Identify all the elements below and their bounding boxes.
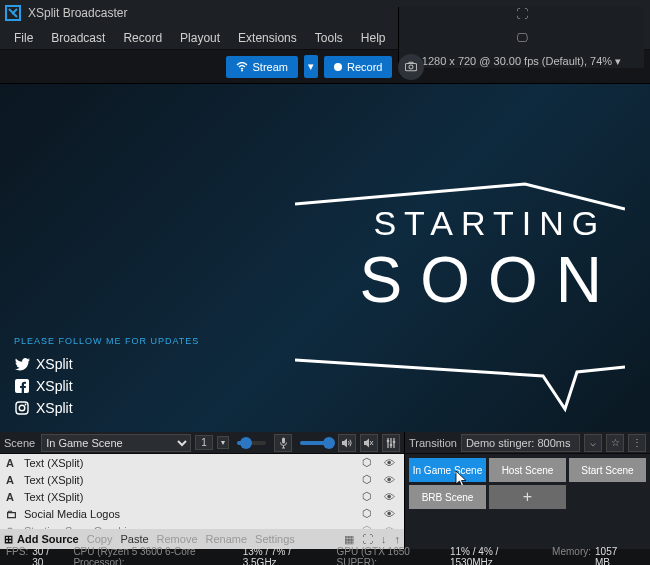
camera-icon bbox=[405, 61, 417, 72]
source-item[interactable]: 🗀Starting Soon Graphic⬡👁 bbox=[0, 522, 404, 529]
scenes-panel: Transition Demo stinger: 800ms ⌵ ☆ ⋮ In … bbox=[404, 432, 650, 549]
svg-point-7 bbox=[25, 404, 27, 406]
menu-help[interactable]: Help bbox=[353, 28, 394, 48]
preview-text-1: STARTING bbox=[360, 204, 620, 243]
settings-button[interactable]: Settings bbox=[255, 533, 295, 545]
visibility-icon[interactable]: 👁 bbox=[381, 491, 398, 503]
wifi-icon bbox=[236, 62, 248, 72]
instagram-icon bbox=[14, 400, 30, 416]
transition-settings-icon[interactable]: ⋮ bbox=[628, 434, 646, 452]
menu-record[interactable]: Record bbox=[115, 28, 170, 48]
transition-select[interactable]: Demo stinger: 800ms bbox=[461, 434, 580, 452]
lock-icon[interactable]: ⬡ bbox=[359, 524, 375, 529]
add-source-button[interactable]: ⊞Add Source bbox=[4, 533, 79, 546]
stream-button[interactable]: Stream bbox=[226, 56, 298, 78]
source-item[interactable]: 🗀Social Media Logos⬡👁 bbox=[0, 505, 404, 522]
lock-icon[interactable]: ⬡ bbox=[359, 473, 375, 486]
social-facebook: XSplit bbox=[14, 378, 73, 394]
scene-toolbar: Scene In Game Scene 1 ▾ bbox=[0, 432, 404, 454]
social-label: XSplit bbox=[36, 400, 73, 416]
add-scene-button[interactable]: + bbox=[489, 485, 566, 509]
svg-point-11 bbox=[393, 440, 396, 443]
scene-preset[interactable]: 1 bbox=[195, 435, 213, 450]
svg-point-1 bbox=[241, 69, 243, 71]
fullscreen-icon[interactable]: ⛶ bbox=[362, 533, 373, 545]
record-button[interactable]: Record bbox=[324, 56, 392, 78]
social-label: XSplit bbox=[36, 356, 73, 372]
lock-icon[interactable]: ⬡ bbox=[359, 456, 375, 469]
sources-panel: Scene In Game Scene 1 ▾ AText (XSplit)⬡👁… bbox=[0, 432, 404, 549]
menu-extensions[interactable]: Extensions bbox=[230, 28, 305, 48]
screenshot-button[interactable] bbox=[398, 54, 424, 80]
twitter-icon bbox=[14, 356, 30, 372]
output-volume-slider[interactable] bbox=[300, 441, 330, 445]
lock-icon[interactable]: ⬡ bbox=[359, 507, 375, 520]
lock-icon[interactable]: ⬡ bbox=[359, 490, 375, 503]
scene-grid: In Game Scene Host Scene Start Scene BRB… bbox=[405, 454, 650, 549]
visibility-icon[interactable]: 👁 bbox=[381, 474, 398, 486]
scene-button-brb[interactable]: BRB Scene bbox=[409, 485, 486, 509]
paste-button[interactable]: Paste bbox=[120, 533, 148, 545]
scene-preset-dropdown[interactable]: ▾ bbox=[217, 436, 229, 449]
text-source-icon: A bbox=[6, 457, 18, 469]
svg-point-6 bbox=[19, 405, 25, 411]
source-item[interactable]: AText (XSplit)⬡👁 bbox=[0, 488, 404, 505]
plus-icon: ⊞ bbox=[4, 533, 13, 546]
display-icon[interactable]: 🖵 bbox=[516, 31, 528, 45]
social-twitter: XSplit bbox=[14, 356, 73, 372]
menu-broadcast[interactable]: Broadcast bbox=[43, 28, 113, 48]
transition-label: Transition bbox=[409, 437, 457, 449]
source-item[interactable]: AText (XSplit)⬡👁 bbox=[0, 471, 404, 488]
svg-rect-8 bbox=[282, 437, 285, 443]
mic-icon[interactable] bbox=[274, 434, 292, 452]
transition-dropdown[interactable]: ⌵ bbox=[584, 434, 602, 452]
grid-icon[interactable]: ▦ bbox=[344, 533, 354, 546]
scene-button-start[interactable]: Start Scene bbox=[569, 458, 646, 482]
resolution-dropdown[interactable]: 1280 x 720 @ 30.00 fps (Default), 74% ▾ bbox=[422, 55, 621, 68]
rename-button[interactable]: Rename bbox=[206, 533, 248, 545]
status-cpu-label: CPU (Ryzen 5 3600 6-Core Processor): bbox=[73, 546, 238, 565]
move-down-icon[interactable]: ↓ bbox=[381, 533, 387, 545]
menu-items: File Broadcast Record Playout Extensions… bbox=[6, 28, 394, 48]
status-gpu: 11% / 4% / 1530MHz bbox=[450, 546, 538, 565]
status-fps: 30 / 30 bbox=[32, 546, 59, 565]
svg-rect-5 bbox=[16, 402, 28, 414]
preview-text-2: SOON bbox=[360, 243, 620, 317]
menu-bar: File Broadcast Record Playout Extensions… bbox=[0, 26, 650, 50]
remove-button[interactable]: Remove bbox=[157, 533, 198, 545]
scene-button-ingame[interactable]: In Game Scene bbox=[409, 458, 486, 482]
scene-button-host[interactable]: Host Scene bbox=[489, 458, 566, 482]
preview-canvas[interactable]: STARTING SOON PLEASE FOLLOW ME FOR UPDAT… bbox=[0, 84, 650, 432]
visibility-icon[interactable]: 👁 bbox=[381, 525, 398, 530]
mic-volume-slider[interactable] bbox=[237, 441, 267, 445]
social-label: XSplit bbox=[36, 378, 73, 394]
record-icon bbox=[334, 63, 342, 71]
speaker-icon[interactable] bbox=[338, 434, 356, 452]
source-item[interactable]: AText (XSplit)⬡👁 bbox=[0, 454, 404, 471]
menu-tools[interactable]: Tools bbox=[307, 28, 351, 48]
text-source-icon: A bbox=[6, 491, 18, 503]
app-logo bbox=[4, 4, 22, 22]
stream-dropdown[interactable]: ▾ bbox=[304, 55, 318, 78]
transition-toolbar: Transition Demo stinger: 800ms ⌵ ☆ ⋮ bbox=[405, 432, 650, 454]
menu-file[interactable]: File bbox=[6, 28, 41, 48]
source-list[interactable]: AText (XSplit)⬡👁 AText (XSplit)⬡👁 AText … bbox=[0, 454, 404, 529]
favorite-icon[interactable]: ☆ bbox=[606, 434, 624, 452]
scene-select[interactable]: In Game Scene bbox=[41, 434, 191, 452]
text-source-icon: A bbox=[6, 474, 18, 486]
copy-button[interactable]: Copy bbox=[87, 533, 113, 545]
social-links: XSplit XSplit XSplit bbox=[14, 356, 73, 416]
status-gpu-label: GPU (GTX 1650 SUPER): bbox=[337, 546, 446, 565]
facebook-icon bbox=[14, 378, 30, 394]
visibility-icon[interactable]: 👁 bbox=[381, 457, 398, 469]
visibility-icon[interactable]: 👁 bbox=[381, 508, 398, 520]
status-cpu: 13% / 7% / 3.5GHz bbox=[243, 546, 323, 565]
expand-icon[interactable]: ⛶ bbox=[516, 7, 528, 21]
social-instagram: XSplit bbox=[14, 400, 73, 416]
status-mem: 1057 MB bbox=[595, 546, 630, 565]
mute-icon[interactable] bbox=[360, 434, 378, 452]
starting-soon-graphic: STARTING SOON bbox=[360, 204, 620, 317]
mixer-icon[interactable] bbox=[382, 434, 400, 452]
move-up-icon[interactable]: ↑ bbox=[395, 533, 401, 545]
menu-playout[interactable]: Playout bbox=[172, 28, 228, 48]
